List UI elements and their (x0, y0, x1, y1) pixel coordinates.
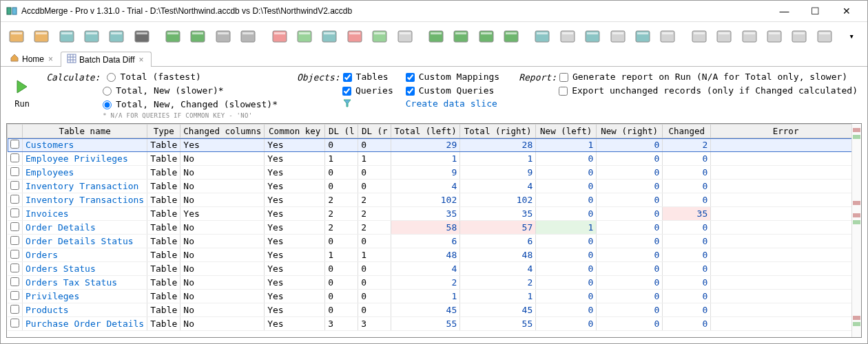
maximize-button[interactable]: ☐ (800, 1, 831, 21)
check-del-1-button[interactable] (631, 25, 654, 48)
filter-3-button[interactable] (318, 25, 341, 48)
copy-down-button[interactable] (424, 25, 447, 48)
svg-rect-3 (11, 32, 22, 34)
objects-queries-check[interactable]: Queries (342, 85, 393, 97)
row-checkbox[interactable] (10, 236, 19, 245)
report-generate-check[interactable]: Generate report on Run (N/A for Total on… (559, 71, 847, 83)
table-row[interactable]: EmployeesTableNoYes0099000 (8, 166, 861, 180)
row-checkbox[interactable] (10, 250, 19, 259)
calc-opt-total[interactable]: Total (fastest) (107, 71, 200, 83)
doc-copy-2-button[interactable] (763, 25, 785, 48)
col-Changed columns[interactable]: Changed columns (180, 125, 265, 138)
table-row[interactable]: InvoicesTableYesYes2235350035 (8, 207, 861, 221)
filter-2-button[interactable] (293, 25, 316, 48)
col-New (left)[interactable]: New (left) (536, 125, 597, 138)
toolbar-menu-button[interactable]: ▾ (840, 25, 862, 48)
prev-button[interactable] (211, 25, 234, 48)
check-del-2-button[interactable] (657, 25, 679, 48)
export-excel-button[interactable] (187, 25, 209, 48)
doc-del-1-button[interactable] (788, 25, 811, 48)
row-name: Inventory Transaction (23, 180, 147, 193)
diff-minimap[interactable] (851, 124, 861, 337)
table-row[interactable]: ProductsTableNoYes004545000 (8, 303, 861, 317)
check-2-button[interactable] (556, 25, 579, 48)
calc-opt-total-new-changed[interactable]: Total, New, Changed (slowest)* (103, 98, 278, 111)
open-left-button[interactable] (5, 25, 28, 48)
create-data-slice-link[interactable]: Create data slice (406, 98, 499, 109)
custom-queries-check[interactable]: Custom Queries (406, 85, 499, 97)
check-copy-1-button[interactable] (581, 25, 604, 48)
open-right-button[interactable] (30, 25, 52, 48)
filter-6-button[interactable] (393, 25, 416, 48)
table-row[interactable]: OrdersTableNoYes114848000 (8, 248, 861, 262)
row-checkbox[interactable] (10, 181, 19, 190)
row-checkbox[interactable] (10, 153, 19, 162)
col-Total (left)[interactable]: Total (left) (391, 125, 460, 138)
table-row[interactable]: CustomersTableYesYes002928102 (8, 138, 861, 152)
row-checkbox[interactable] (10, 319, 19, 327)
tab-home-close[interactable]: × (47, 54, 54, 64)
home-icon (10, 53, 19, 65)
select-button[interactable] (80, 25, 103, 48)
col-DL (l[interactable]: DL (l (325, 125, 358, 138)
filter-4-button[interactable] (343, 25, 366, 48)
table-row[interactable]: Employee PrivilegesTableNoYes1111000 (8, 152, 861, 166)
col-Table name[interactable]: Table name (23, 125, 147, 138)
open-pair-button[interactable] (55, 25, 78, 48)
col-Error[interactable]: Error (711, 125, 861, 138)
close-button[interactable]: ✕ (831, 1, 862, 21)
next-button[interactable] (237, 25, 260, 48)
row-checkbox[interactable] (10, 291, 19, 300)
row-checkbox[interactable] (10, 305, 19, 314)
copy-up-alt-button[interactable] (499, 25, 522, 48)
refresh-button[interactable] (161, 25, 184, 48)
run-button[interactable] (13, 78, 31, 98)
col-Changed[interactable]: Changed (663, 125, 711, 138)
col-Common key[interactable]: Common key (265, 125, 325, 138)
minimize-button[interactable]: — (769, 1, 800, 21)
check-copy-2-button[interactable] (606, 25, 629, 48)
col-Total (right)[interactable]: Total (right) (460, 125, 536, 138)
calc-opt-total-new[interactable]: Total, New (slower)* (103, 85, 278, 97)
row-checkbox[interactable] (10, 167, 19, 176)
svg-rect-25 (299, 32, 310, 34)
row-checkbox[interactable] (10, 195, 19, 204)
doc-1-button[interactable] (688, 25, 710, 48)
table-row[interactable]: Orders Tax StatusTableNoYes0022000 (8, 276, 861, 290)
check-1-button[interactable] (531, 25, 554, 48)
table-row[interactable]: Order Details StatusTableNoYes0066000 (8, 235, 861, 248)
table-row[interactable]: PrivilegesTableNoYes0011000 (8, 290, 861, 303)
tab-home[interactable]: Home × (3, 51, 61, 66)
table-row[interactable]: Inventory TransactionTableNoYes0044000 (8, 180, 861, 193)
col-Type[interactable]: Type (147, 125, 180, 138)
filter-5-button[interactable] (368, 25, 391, 48)
table-row[interactable]: Order DetailsTableNoYes225857100 (8, 221, 861, 235)
table-row[interactable]: Purchase Order DetailsTableNoYes33555500… (8, 317, 861, 331)
table-row[interactable]: Inventory TransactionsTableNoYes22102102… (8, 193, 861, 207)
copy-up-button[interactable] (450, 25, 473, 48)
row-checkbox[interactable] (10, 277, 19, 286)
col-check[interactable] (8, 125, 23, 138)
doc-del-2-button[interactable] (813, 25, 836, 48)
col-DL (r[interactable]: DL (r (358, 125, 391, 138)
doc-copy-1-button[interactable] (738, 25, 761, 48)
copy-down-alt-button[interactable] (475, 25, 497, 48)
filter-icon[interactable] (342, 98, 393, 110)
document-tabs: Home × Batch Data Diff × (1, 50, 867, 67)
layout-button[interactable] (105, 25, 128, 48)
tab-batch-close[interactable]: × (138, 55, 145, 65)
table-row[interactable]: Orders StatusTableNoYes0044000 (8, 262, 861, 276)
row-checkbox[interactable] (10, 264, 19, 272)
report-export-check[interactable]: Export unchanged records (only if Change… (559, 85, 858, 97)
find-button[interactable] (130, 25, 153, 48)
row-checkbox[interactable] (10, 222, 19, 231)
objects-tables-check[interactable]: Tables (343, 71, 389, 83)
filter-1-button[interactable] (268, 25, 291, 48)
row-checkbox[interactable] (10, 208, 19, 217)
row-checkbox[interactable] (10, 140, 19, 149)
results-grid[interactable]: Table nameTypeChanged columnsCommon keyD… (6, 123, 862, 338)
col-New (right)[interactable]: New (right) (597, 125, 663, 138)
tab-batch-data-diff[interactable]: Batch Data Diff × (61, 52, 152, 67)
custom-mappings-check[interactable]: Custom Mappings (406, 71, 499, 83)
doc-2-button[interactable] (712, 25, 735, 48)
